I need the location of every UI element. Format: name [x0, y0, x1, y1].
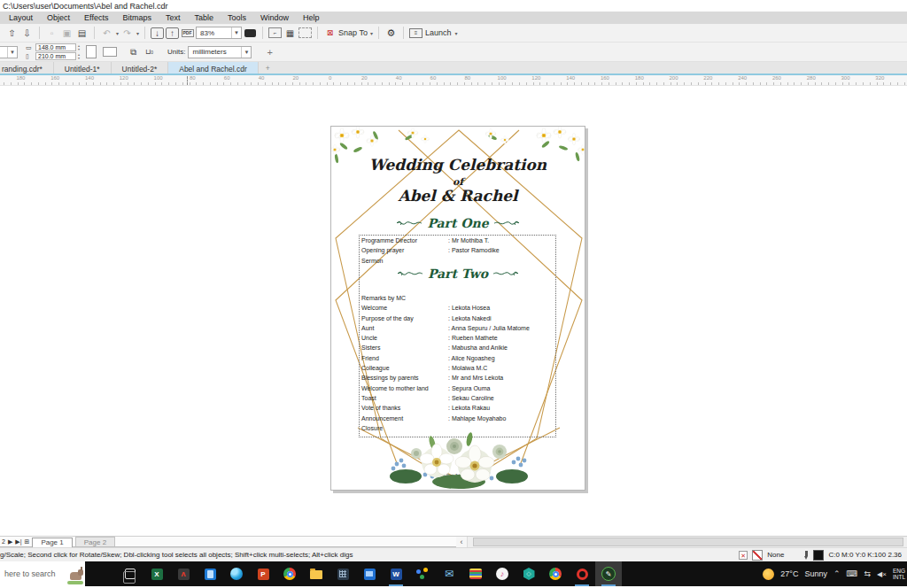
undo-button[interactable]: ↶ [100, 27, 113, 40]
portrait-button[interactable] [86, 45, 97, 58]
calculator-button[interactable] [329, 561, 356, 586]
undo-dropdown-arrow-icon[interactable]: ▾ [116, 30, 119, 36]
acrobat-button[interactable]: ʌ [170, 561, 197, 586]
network-icon[interactable]: ⇆ [864, 569, 872, 578]
print-button[interactable]: ⇩ [20, 27, 34, 40]
show-rulers-button[interactable]: ⌐ [268, 27, 282, 38]
new-document-tab-button[interactable]: + [259, 62, 277, 74]
scrollbar-thumb[interactable] [473, 538, 903, 546]
add-toolbar-plus-button[interactable]: + [267, 47, 272, 58]
window-titlebar: C:\Users\user\Documents\Abel and Rachel.… [0, 0, 907, 12]
horizontal-ruler[interactable]: 1801601401201008060402002040608010012014… [0, 75, 907, 86]
volume-muted-icon[interactable]: ◀× [877, 570, 887, 578]
horizontal-scrollbar[interactable]: ‹ [456, 537, 907, 547]
options-gear-button[interactable]: ⚙ [384, 27, 398, 40]
edge-button[interactable] [223, 561, 250, 586]
redo-dropdown-arrow-icon[interactable]: ▾ [136, 30, 139, 36]
dots-app-button[interactable] [409, 561, 436, 586]
ruler-tick-label: 80 [450, 75, 485, 81]
ruler-tick-label: 0 [313, 75, 347, 81]
units-dropdown[interactable]: millimeters ▼ [188, 46, 252, 58]
menu-item[interactable]: Tools [221, 13, 253, 22]
monitor-app-button[interactable] [356, 561, 383, 586]
chrome-secondary-button[interactable] [542, 561, 569, 586]
mail-button[interactable]: ✉ [436, 561, 462, 586]
save-button[interactable]: ⇧ [5, 27, 19, 40]
programme-role: Sermon [361, 256, 448, 266]
export-button[interactable]: ↑ [166, 27, 179, 39]
menu-item[interactable]: Window [253, 13, 296, 22]
snap-off-button[interactable]: ⊠ [323, 27, 337, 40]
chrome-button[interactable] [276, 561, 303, 586]
width-steppers[interactable]: ▴▾ [78, 44, 80, 51]
excel-button[interactable]: X [143, 561, 170, 586]
coreldraw-button[interactable]: ✎ [595, 561, 622, 586]
page-size-preset-dropdown[interactable]: ▼ [0, 46, 18, 58]
taskbar-search-input[interactable]: here to search [0, 561, 85, 586]
last-page-button[interactable]: ▶| [15, 538, 21, 545]
scrollbar-track[interactable] [468, 537, 907, 547]
powerpoint-button[interactable]: P [250, 561, 276, 586]
weather-temperature[interactable]: 27°C [780, 569, 798, 578]
striped-app-button[interactable] [462, 561, 489, 586]
menu-item[interactable]: Text [159, 13, 188, 22]
doc-tab-abel-and-rachel[interactable]: Abel and Rachel.cdr [168, 62, 259, 74]
import-button[interactable]: ↓ [151, 27, 164, 39]
task-view-button[interactable] [117, 561, 143, 586]
doc-tab-branding[interactable]: randing.cdr* [0, 62, 54, 74]
drawing-canvas[interactable]: Wedding Celebration of Abel & Rachel Par… [0, 86, 907, 536]
document-page[interactable]: Wedding Celebration of Abel & Rachel Par… [330, 126, 585, 491]
next-page-button[interactable]: ▶ [8, 538, 12, 545]
phone-app-button[interactable] [197, 561, 223, 586]
language-indicator[interactable]: ENG INTL [893, 568, 905, 580]
page-width-field[interactable]: 148.0 mm [35, 43, 76, 51]
menu-item[interactable]: Object [40, 13, 77, 22]
page-tab-1[interactable]: Page 1 [32, 538, 72, 547]
part-one-heading: Part One [331, 216, 585, 230]
menu-item[interactable]: Effects [77, 13, 115, 22]
weather-condition[interactable]: Sunny [804, 569, 827, 578]
height-steppers[interactable]: ▴▾ [78, 53, 80, 60]
show-grid-button[interactable]: ▦ [283, 27, 297, 40]
status-right-group: None C:0 M:0 Y:0 K:100 2.36 [739, 550, 902, 561]
copy-button[interactable]: ▣ [60, 27, 74, 40]
landscape-button[interactable] [103, 47, 117, 57]
menu-item[interactable]: Layout [2, 13, 40, 22]
zoom-level-combobox[interactable]: 83% ▼ [196, 27, 242, 39]
opera-button[interactable] [569, 561, 595, 586]
all-pages-button[interactable]: ⧉ [127, 45, 140, 58]
tray-expand-chevron-icon[interactable]: ⌃ [833, 569, 841, 578]
cut-button[interactable]: ▫ [45, 27, 58, 40]
page-height-field[interactable]: 210.0 mm [35, 52, 76, 60]
redo-button[interactable]: ↷ [120, 27, 134, 40]
snap-to-dropdown[interactable]: Snap To ▾ [338, 28, 373, 37]
paste-button[interactable]: ▤ [75, 27, 89, 40]
hexagon-app-button[interactable]: ◇ [516, 561, 542, 586]
fullscreen-preview-button[interactable] [244, 27, 257, 40]
menu-item[interactable]: Bitmaps [115, 13, 159, 22]
launch-window-icon: ≡ [409, 28, 422, 38]
file-explorer-button[interactable] [303, 561, 329, 586]
sun-weather-icon[interactable] [763, 569, 774, 580]
ruler-tick-label: 160 [588, 75, 623, 81]
doc-tab-untitled1[interactable]: Untitled-1* [54, 62, 112, 74]
show-guidelines-button[interactable] [298, 27, 312, 38]
menu-item[interactable]: Help [296, 13, 327, 22]
outline-value: None [767, 551, 784, 559]
current-page-button[interactable]: ⊔0 [143, 45, 156, 58]
touch-keyboard-icon[interactable]: ⌨ [847, 569, 858, 578]
publish-pdf-button[interactable]: PDF [181, 27, 194, 40]
menu-item[interactable]: Table [187, 13, 221, 22]
doc-tab-untitled2[interactable]: Untitled-2* [112, 62, 169, 74]
scroll-left-button[interactable]: ‹ [456, 537, 468, 547]
programme-row: Colleague : Molaiwa M.C [361, 363, 554, 373]
launch-dropdown[interactable]: ≡ Launch ▾ [409, 28, 458, 38]
itunes-button[interactable]: ♪ [489, 561, 516, 586]
chevron-down-icon[interactable]: ▼ [231, 27, 241, 38]
programme-row: Welcome to mother land : Sepura Ouma [361, 383, 554, 393]
word-button[interactable]: W [383, 561, 409, 586]
programme-role: Aunt [361, 323, 448, 333]
add-page-icon[interactable]: ⊞ [25, 538, 30, 545]
page-tab-2[interactable]: Page 2 [75, 537, 115, 546]
flourish-left-icon [396, 219, 422, 228]
